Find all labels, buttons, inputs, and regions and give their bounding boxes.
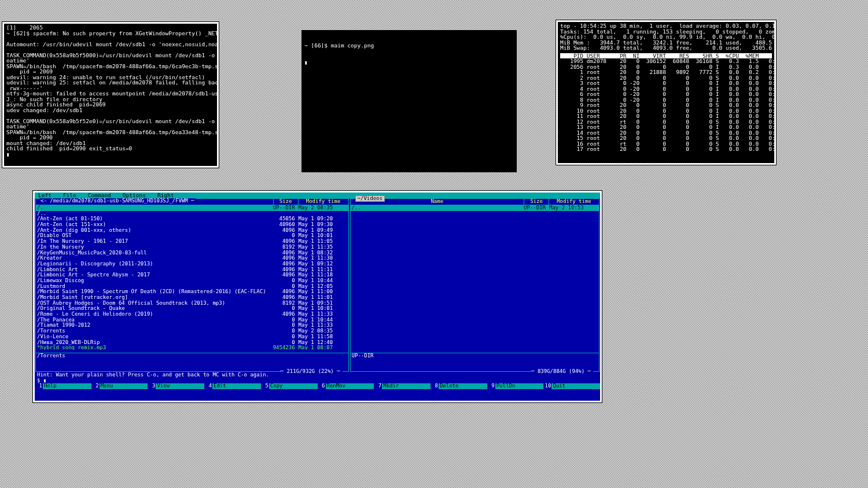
mc-function-keys[interactable]: 1Help2Menu3View4Edit5Copy6RenMov7Mkdir8D… [35,383,600,389]
terminal-spacefm-log[interactable]: [1] 2065 ~ [62]$ spacefm: No such proper… [2,22,219,168]
midnight-commander-window[interactable]: LeftFileCommandOptionsRight <- /media/dm… [33,191,602,402]
mc-right-columns: Name Size Modify time [351,199,599,205]
mc-fkey-delete[interactable]: 8Delete [431,383,487,389]
col-mtime: Modify time [299,199,348,205]
mc-right-disk-usage: ─ 839G/884G (94%) ─ [531,369,593,374]
mc-left-path: <- /media/dm2078/sdb1-usb-SAMSUNG_HD103S… [39,198,196,204]
mc-right-panel[interactable]: ~/Videos Name Size Modify time /..UP--DI… [350,198,599,372]
mc-left-panel[interactable]: <- /media/dm2078/sdb1-usb-SAMSUNG_HD103S… [35,198,349,372]
mc-fkey-renmov[interactable]: 6RenMov [318,383,374,389]
mc-file-row[interactable]: /..UP--DIRMay 2 10:53 [351,205,599,211]
terminal-cursor: ▮ [304,60,514,65]
mc-fkey-menu[interactable]: 2Menu [91,383,148,389]
terminal-top[interactable]: top - 10:54:25 up 38 min, 1 user, load a… [556,20,776,165]
mc-right-mini-status: UP--DIR [351,353,599,360]
mc-fkey-mkdir[interactable]: 7Mkdir [374,383,431,389]
mc-fkey-pulldn[interactable]: 9PullDn [487,383,544,389]
mc-shell-prompt[interactable]: $ ▮ [35,378,600,383]
terminal-prompt-line: ~ [66]$ maim copy.png [304,43,514,49]
mc-fkey-help[interactable]: 1Help [35,383,91,389]
mc-fkey-view[interactable]: 3View [148,383,204,389]
mc-left-file-list[interactable]: /.UP--DIRMay 2 08:35/../Ant-Zen (act 01-… [36,205,348,350]
mc-right-path: ~/Videos [355,195,385,202]
mc-file-row[interactable]: /.UP--DIRMay 2 08:35 [36,205,348,211]
col-mtime: Modify time [549,199,599,205]
col-size: Size [274,199,299,205]
mc-fkey-quit[interactable]: 10Quit [543,383,600,389]
terminal-maim[interactable]: ~ [66]$ maim copy.png ▮ [302,31,516,172]
mc-left-mini-status: /Torrents [36,353,348,360]
mc-right-file-list[interactable]: /..UP--DIRMay 2 10:53 [351,205,599,350]
mc-left-disk-usage: ─ 211G/932G (22%) ─ [281,369,343,374]
top-header-line: MiB Swap: 4093.0 total, 4093.0 free, 0.0… [560,45,772,51]
mc-file-row[interactable]: *hybrid song remix.mp39454236May 1 08:07 [36,345,348,350]
mc-fkey-copy[interactable]: 5Copy [261,383,318,389]
mc-fkey-edit[interactable]: 4Edit [204,383,261,389]
top-process-row[interactable]: 17 root 20 0 0 0 0 S 0.0 0.0 0:00.01 kso… [560,146,772,152]
col-size: Size [524,199,549,205]
